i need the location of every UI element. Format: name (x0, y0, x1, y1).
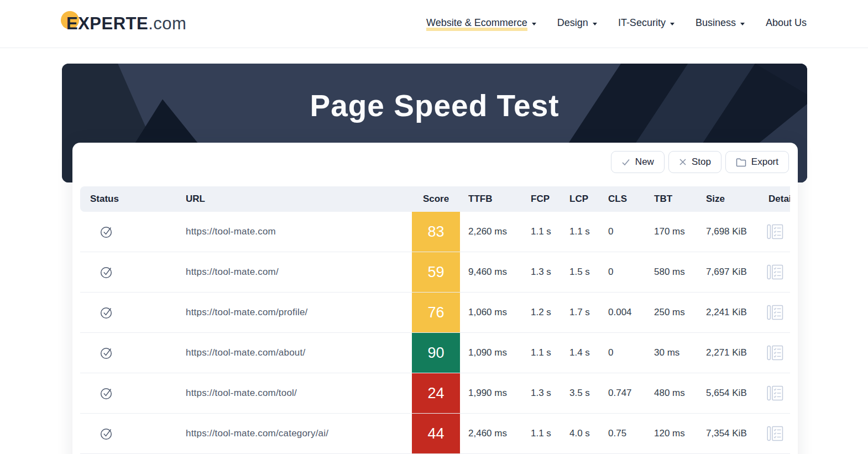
nav-item-business[interactable]: Business (696, 17, 745, 31)
stop-button[interactable]: Stop (668, 151, 721, 173)
tbt-cell: 120 ms (646, 428, 698, 439)
cls-cell: 0.004 (600, 307, 646, 318)
cls-cell: 0.75 (600, 428, 646, 439)
column-header-score: Score (412, 194, 460, 205)
x-icon (679, 158, 687, 166)
score-cell: 76 (412, 293, 460, 332)
details-report-icon (767, 345, 783, 361)
size-cell: 2,241 KiB (698, 307, 760, 318)
ttfb-cell: 9,460 ms (460, 267, 522, 278)
cls-cell: 0.747 (600, 388, 646, 399)
toolbar: New Stop Export (72, 143, 798, 173)
export-button[interactable]: Export (725, 151, 789, 173)
status-done-icon (100, 265, 114, 279)
nav-item-about-us[interactable]: About Us (766, 17, 807, 31)
score-cell: 44 (412, 414, 460, 453)
details-cell[interactable] (760, 293, 790, 332)
page-title: Page Speed Test (62, 64, 807, 123)
status-cell (80, 252, 177, 292)
details-report-icon (767, 264, 783, 280)
tbt-cell: 170 ms (646, 226, 698, 237)
column-header-url: URL (177, 194, 412, 205)
folder-icon (736, 158, 746, 167)
tbt-cell: 480 ms (646, 388, 698, 399)
url-cell: https://tool-mate.com/ (177, 267, 412, 278)
cls-cell: 0 (600, 347, 646, 358)
score-badge: 90 (412, 333, 460, 373)
size-cell: 2,271 KiB (698, 347, 760, 358)
table-row: https://tool-mate.com/category/ai/ 44 2,… (80, 414, 790, 454)
results-table: Status URL Score TTFB FCP LCP CLS TBT Si… (80, 186, 790, 454)
score-badge: 59 (412, 252, 460, 292)
score-badge: 44 (412, 414, 460, 453)
fcp-cell: 1.3 s (522, 267, 561, 278)
score-badge: 83 (412, 212, 460, 252)
lcp-cell: 1.7 s (561, 307, 600, 318)
ttfb-cell: 2,460 ms (460, 428, 522, 439)
logo-text: EXPERTE.com (61, 14, 186, 34)
status-done-icon (100, 225, 114, 239)
size-cell: 7,697 KiB (698, 267, 760, 278)
nav-item-label: Website & Ecommerce (426, 17, 527, 31)
nav-item-website-ecommerce[interactable]: Website & Ecommerce (426, 17, 536, 31)
status-done-icon (100, 305, 114, 320)
score-cell: 24 (412, 373, 460, 413)
size-cell: 5,654 KiB (698, 388, 760, 399)
url-cell: https://tool-mate.com/tool/ (177, 388, 412, 399)
status-cell (80, 293, 177, 332)
lcp-cell: 1.4 s (561, 347, 600, 358)
lcp-cell: 3.5 s (561, 388, 600, 399)
score-cell: 59 (412, 252, 460, 292)
cls-cell: 0 (600, 226, 646, 237)
column-header-tbt: TBT (646, 194, 698, 205)
lcp-cell: 1.1 s (561, 226, 600, 237)
stop-button-label: Stop (692, 156, 711, 168)
nav-item-it-security[interactable]: IT-Security (618, 17, 674, 31)
chevron-down-icon (593, 23, 597, 25)
export-button-label: Export (751, 156, 778, 168)
column-header-fcp: FCP (522, 194, 561, 205)
fcp-cell: 1.1 s (522, 428, 561, 439)
table-body: https://tool-mate.com 83 2,260 ms 1.1 s … (80, 212, 790, 454)
ttfb-cell: 1,990 ms (460, 388, 522, 399)
table-row: https://tool-mate.com/tool/ 24 1,990 ms … (80, 373, 790, 414)
table-row: https://tool-mate.com/about/ 90 1,090 ms… (80, 333, 790, 373)
chevron-down-icon (740, 23, 745, 25)
nav-item-design[interactable]: Design (557, 17, 597, 31)
status-done-icon (100, 346, 114, 360)
score-cell: 83 (412, 212, 460, 252)
details-report-icon (767, 426, 783, 441)
nav-item-label: Business (696, 17, 736, 31)
details-cell[interactable] (760, 373, 790, 413)
ttfb-cell: 1,060 ms (460, 307, 522, 318)
details-cell[interactable] (760, 333, 790, 373)
experte-logo[interactable]: EXPERTE.com (61, 0, 186, 48)
details-cell[interactable] (760, 414, 790, 453)
fcp-cell: 1.1 s (522, 347, 561, 358)
new-button-label: New (635, 156, 654, 168)
lcp-cell: 1.5 s (561, 267, 600, 278)
new-button[interactable]: New (611, 151, 665, 173)
ttfb-cell: 1,090 ms (460, 347, 522, 358)
chevron-down-icon (670, 23, 674, 25)
status-done-icon (100, 386, 114, 400)
logo-text-suffix: .com (148, 14, 186, 33)
column-header-details: Details (760, 194, 790, 205)
nav-item-label: Design (557, 17, 588, 31)
status-cell (80, 414, 177, 453)
table-row: https://tool-mate.com/ 59 9,460 ms 1.3 s… (80, 252, 790, 293)
column-header-lcp: LCP (561, 194, 600, 205)
details-cell[interactable] (760, 252, 790, 292)
cls-cell: 0 (600, 267, 646, 278)
fcp-cell: 1.2 s (522, 307, 561, 318)
check-icon (621, 158, 630, 166)
table-header-row: Status URL Score TTFB FCP LCP CLS TBT Si… (80, 186, 790, 212)
status-cell (80, 212, 177, 252)
score-badge: 24 (412, 373, 460, 413)
column-header-cls: CLS (600, 194, 646, 205)
details-cell[interactable] (760, 212, 790, 252)
column-header-size: Size (698, 194, 760, 205)
nav-item-label: About Us (766, 17, 807, 31)
top-navigation-bar: EXPERTE.com Website & Ecommerce Design I… (0, 0, 868, 48)
ttfb-cell: 2,260 ms (460, 226, 522, 237)
